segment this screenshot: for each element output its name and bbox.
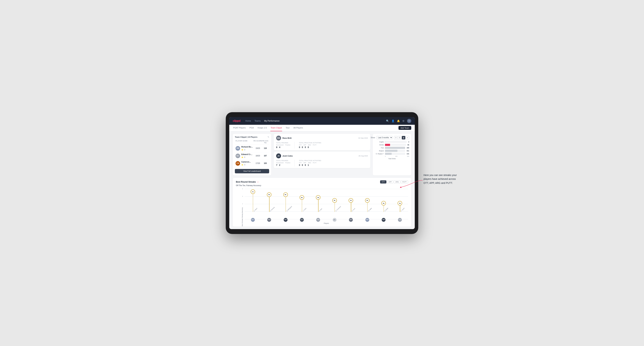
view-icons: ☷ ☰ ▮ ≡ [394,136,409,140]
add-team-button[interactable]: Add Team [398,126,411,130]
bar-label-birdies: Birdies [375,144,384,146]
bar-view-btn[interactable]: ▮ [402,136,405,140]
period-select[interactable]: Last 3 months [376,136,393,139]
streaks-section: Best Round Streaks ← OTT APP ARG PUTT Of… [233,178,411,227]
card-avatar-josh: JC [276,154,281,158]
user-icon[interactable]: 👤 [392,120,394,122]
axis-200: 200 [395,156,398,157]
axis-400: 400 [407,156,409,157]
leaderboard-row-1[interactable]: RB Richard Butler ⭐ 1 19/20 110 [235,145,269,152]
bar-fill-eagles [385,141,385,143]
bar-label-bogeys: Bogeys [375,150,384,152]
player-info-3: Cameron... ⭐ 3 [241,161,254,166]
chart-x-title: Total Shots [375,158,409,160]
avatar-jcoles: JC [294,218,310,222]
subnav: PGAT Players PGA Hcaps 1-5 Team Clippd T… [229,125,415,131]
nav-my-performance[interactable]: My Performance [264,119,280,123]
bar-label-eagles: Eagles [375,141,384,143]
filter-buttons: OTT APP ARG PUTT [380,180,408,183]
dot-name-coles: J. Coles [302,208,306,212]
card-stats-rees: Total Rounds Tournament Practice 8 4 [276,142,368,149]
players-panel: RB Rees Britt 02 Sep 2023 Total Rounds T… [274,134,370,175]
nav-home[interactable]: Home [245,119,251,123]
dot-col-butler: 3x R. Butler [376,189,392,212]
total-rounds-label: Total Rounds [276,142,290,144]
tablet-screen: clippd Home Teams My Performance 🔍 👤 🔔 ⚙… [229,117,415,229]
dot-chart-wrapper: Best Streak, Fairway Accuracy 8 6 4 2 0 [236,189,408,224]
total-practice-group: Total Practice Activities OTT APP ARG PU… [299,142,321,149]
user-avatar[interactable]: U [407,119,411,123]
bar-axis: 0 200 400 [375,156,409,157]
player-badge-1: ⭐ 1 [241,149,246,151]
dot-col-britt: 5x R. Britt [310,189,326,212]
bar-value-pars: 499 [407,147,409,149]
dot-name-britt: R. Britt [319,208,322,211]
list-view-btn[interactable]: ☰ [398,136,402,140]
dot-bubble-butler: 3x [381,201,386,205]
navbar-actions: 🔍 👤 🔔 ⚙ U [386,119,411,123]
search-icon[interactable]: 🔍 [386,120,389,122]
bar-value-bogeys: 311 [407,150,409,152]
view-leaderboard-button[interactable]: View Full Leaderboard [235,169,269,173]
bar-fill-pars [385,147,405,149]
dot-bubble-billingham: 6x [283,192,288,197]
avatar-ecrossman: EC [326,218,343,222]
bar-fill-d-bogeys [385,153,392,155]
avatar-billingham: DB [278,218,294,222]
dot-bubble-miller: 4x [365,198,370,203]
subnav-tour[interactable]: Tour [285,125,290,131]
edit-icon[interactable]: ✎ [268,136,269,138]
subnav-hcaps[interactable]: Hcaps 1-5 [257,125,267,131]
settings-icon[interactable]: ⚙ [402,120,404,122]
avatar-rbritt: RB [310,218,326,222]
filter-app[interactable]: APP [387,180,393,183]
dot-bubble-ford: 4x [348,198,353,203]
dot-line-ebert [253,192,253,212]
player-badge-2: ⭐ 2 [241,156,246,158]
dot-name-billingham: D. Billingham [286,205,292,211]
panel-title-row: Team Clippd | 14 Players ✎ [235,136,269,138]
main-content: Team Clippd | 14 Players ✎ PLAYER NAME P… [229,131,415,229]
player-avatar-3: CA [236,161,240,166]
filter-arg[interactable]: ARG [394,180,400,183]
bronze-badge-icon: ⭐ [241,164,243,166]
card-header-josh: JC Josh Coles 26 Aug 2023 [276,154,368,158]
dot-name-butler: R. Butler [384,207,388,211]
bar-track-birdies [385,144,406,146]
avatar-cquick: CQ [392,218,408,222]
dot-col-crossman: 4x E. Crossman [326,189,343,212]
subnav-pga[interactable]: PGA [249,125,254,131]
dot-bubble-mcherg: 6x [267,192,272,197]
annotation-text: Here you can see streaks your players ha… [424,173,458,185]
subnav-team-clippd[interactable]: Team Clippd [270,125,282,131]
leaderboard-row-2[interactable]: EC Edward Crossman ⭐ 2 18/20 107 [235,152,269,160]
streaks-header: Best Round Streaks ← OTT APP ARG PUTT [236,180,408,183]
bar-fill-bogeys [385,150,398,152]
bar-row-eagles: Eagles 3 [375,141,409,143]
leaderboard-row-3[interactable]: CA Cameron... ⭐ 3 17/20 103 [235,160,269,167]
player-avatar-1: RB [236,146,240,151]
bar-row-birdies: Birdies 96 [375,144,409,146]
avatar-mmiller: MM [359,218,376,222]
filter-ott[interactable]: OTT [380,180,386,183]
filter-putt[interactable]: PUTT [401,180,408,183]
annotation-box: Here you can see streaks your players ha… [424,173,458,185]
grid-view-btn[interactable]: ☷ [394,136,398,140]
dot-name-mcherg: B. McHerg [270,206,275,211]
bell-icon[interactable]: 🔔 [397,120,400,122]
dot-name-crossman: E. Crossman [335,206,341,212]
bar-chart: Eagles 3 Birdies 96 [375,141,409,155]
streaks-title: Best Round Streaks ← [236,180,259,183]
player-card-rees-britt: RB Rees Britt 02 Sep 2023 Total Rounds T… [274,134,370,150]
arrow-indicator-icon: ← [257,180,259,183]
table-view-btn[interactable]: ≡ [406,136,409,140]
nav-teams[interactable]: Teams [254,119,260,123]
avatar-rbutler: RB [376,218,392,222]
avatar-dford: DF [343,218,359,222]
silver-badge-icon: ⭐ [241,156,243,158]
dot-bubble-crossman: 4x [332,198,337,203]
subnav-pgat[interactable]: PGAT Players [233,125,246,131]
subnav-all-players[interactable]: All Players [293,125,303,131]
dot-chart-area: 8 6 4 2 0 [245,189,408,224]
bar-row-d-bogeys: D. Bogeys + 131 [375,153,409,155]
